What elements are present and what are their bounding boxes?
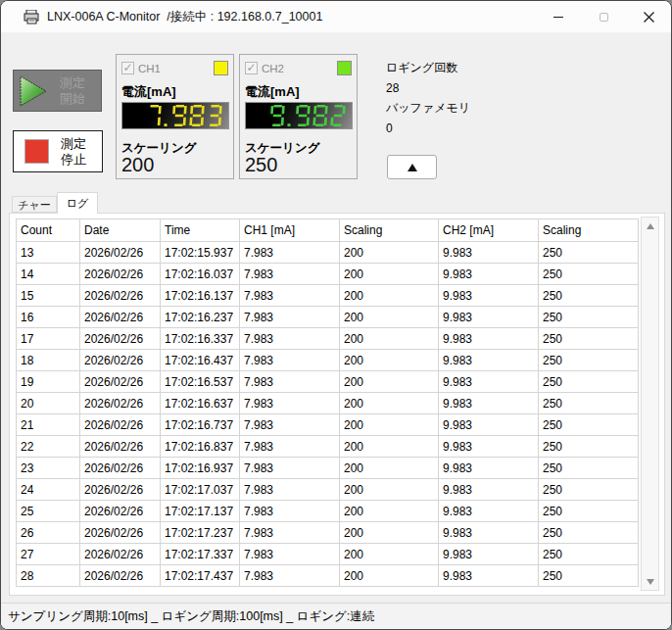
- table-cell[interactable]: 9.983: [439, 565, 539, 587]
- table-cell[interactable]: 24: [17, 479, 80, 501]
- table-cell[interactable]: 21: [17, 414, 80, 436]
- table-cell[interactable]: 200: [340, 242, 439, 264]
- table-cell[interactable]: 250: [539, 242, 639, 264]
- table-cell[interactable]: 17:02:17.437: [161, 565, 240, 587]
- table-cell[interactable]: 250: [539, 328, 639, 350]
- table-cell[interactable]: 2026/02/26: [80, 414, 161, 436]
- table-cell[interactable]: 2026/02/26: [80, 371, 161, 393]
- table-cell[interactable]: 7.983: [240, 285, 340, 307]
- table-cell[interactable]: 9.983: [439, 242, 539, 264]
- table-cell[interactable]: 9.983: [439, 350, 539, 371]
- table-cell[interactable]: 9.983: [439, 328, 539, 350]
- table-cell[interactable]: 17:02:16.637: [161, 393, 240, 414]
- table-cell[interactable]: 200: [340, 565, 439, 587]
- table-cell[interactable]: 17:02:16.037: [161, 264, 240, 285]
- table-cell[interactable]: 200: [340, 393, 439, 414]
- tab-chart[interactable]: チャート: [12, 196, 57, 213]
- table-cell[interactable]: 250: [539, 479, 639, 501]
- table-cell[interactable]: 17:02:16.437: [161, 350, 240, 371]
- column-header[interactable]: CH1 [mA]: [240, 219, 340, 242]
- table-cell[interactable]: 16: [17, 307, 80, 328]
- table-cell[interactable]: 200: [340, 414, 439, 436]
- table-cell[interactable]: 17:02:16.337: [161, 328, 240, 350]
- table-vertical-scrollbar[interactable]: [641, 217, 659, 591]
- table-cell[interactable]: 2026/02/26: [80, 350, 161, 371]
- table-cell[interactable]: 15: [17, 285, 80, 307]
- table-cell[interactable]: 17:02:17.137: [161, 501, 240, 522]
- column-header[interactable]: Scaling: [539, 219, 639, 242]
- table-cell[interactable]: 7.983: [240, 479, 340, 501]
- table-cell[interactable]: 250: [539, 565, 639, 587]
- table-cell[interactable]: 22: [17, 436, 80, 458]
- table-cell[interactable]: 27: [17, 544, 80, 565]
- collapse-panel-button[interactable]: [387, 155, 437, 179]
- table-cell[interactable]: 17:02:17.337: [161, 544, 240, 565]
- table-cell[interactable]: 25: [17, 501, 80, 522]
- table-cell[interactable]: 2026/02/26: [80, 479, 161, 501]
- table-cell[interactable]: 250: [539, 393, 639, 414]
- table-cell[interactable]: 7.983: [240, 393, 340, 414]
- stop-measure-button[interactable]: 測定停止: [13, 130, 103, 172]
- table-cell[interactable]: 9.983: [439, 479, 539, 501]
- column-header[interactable]: Date: [80, 219, 161, 242]
- table-cell[interactable]: 9.983: [439, 393, 539, 414]
- table-cell[interactable]: 200: [340, 307, 439, 328]
- close-button[interactable]: [626, 1, 671, 32]
- table-cell[interactable]: 9.983: [439, 285, 539, 307]
- table-cell[interactable]: 2026/02/26: [80, 458, 161, 479]
- table-cell[interactable]: 2026/02/26: [80, 264, 161, 285]
- table-cell[interactable]: 2026/02/26: [80, 328, 161, 350]
- table-cell[interactable]: 9.983: [439, 436, 539, 458]
- table-cell[interactable]: 7.983: [240, 544, 340, 565]
- tab-log[interactable]: ログ: [57, 192, 98, 214]
- scroll-up-button[interactable]: [642, 218, 658, 234]
- table-cell[interactable]: 9.983: [439, 264, 539, 285]
- table-cell[interactable]: 2026/02/26: [80, 285, 161, 307]
- column-header[interactable]: Count: [17, 219, 80, 242]
- table-cell[interactable]: 200: [340, 285, 439, 307]
- scroll-down-button[interactable]: [642, 573, 658, 590]
- table-cell[interactable]: 2026/02/26: [80, 307, 161, 328]
- table-cell[interactable]: 26: [17, 522, 80, 544]
- table-cell[interactable]: 13: [17, 242, 80, 264]
- table-cell[interactable]: 2026/02/26: [80, 565, 161, 587]
- table-cell[interactable]: 2026/02/26: [80, 522, 161, 544]
- table-cell[interactable]: 20: [17, 393, 80, 414]
- table-cell[interactable]: 23: [17, 458, 80, 479]
- table-cell[interactable]: 17:02:17.037: [161, 479, 240, 501]
- table-cell[interactable]: 250: [539, 285, 639, 307]
- table-cell[interactable]: 200: [340, 371, 439, 393]
- table-cell[interactable]: 250: [539, 264, 639, 285]
- table-cell[interactable]: 250: [539, 458, 639, 479]
- table-cell[interactable]: 200: [340, 501, 439, 522]
- table-cell[interactable]: 19: [17, 371, 80, 393]
- table-cell[interactable]: 28: [17, 565, 80, 587]
- table-cell[interactable]: 7.983: [240, 264, 340, 285]
- table-cell[interactable]: 18: [17, 350, 80, 371]
- table-cell[interactable]: 250: [539, 544, 639, 565]
- table-cell[interactable]: 250: [539, 414, 639, 436]
- table-cell[interactable]: 2026/02/26: [80, 242, 161, 264]
- table-cell[interactable]: 9.983: [439, 371, 539, 393]
- column-header[interactable]: CH2 [mA]: [439, 219, 539, 242]
- table-cell[interactable]: 7.983: [240, 565, 340, 587]
- table-cell[interactable]: 7.983: [240, 501, 340, 522]
- table-cell[interactable]: 200: [340, 479, 439, 501]
- table-cell[interactable]: 7.983: [240, 328, 340, 350]
- table-cell[interactable]: 9.983: [439, 414, 539, 436]
- table-cell[interactable]: 200: [340, 436, 439, 458]
- table-cell[interactable]: 2026/02/26: [80, 436, 161, 458]
- table-cell[interactable]: 200: [340, 522, 439, 544]
- table-cell[interactable]: 7.983: [240, 350, 340, 371]
- table-cell[interactable]: 200: [340, 328, 439, 350]
- table-cell[interactable]: 250: [539, 522, 639, 544]
- table-cell[interactable]: 9.983: [439, 458, 539, 479]
- table-cell[interactable]: 200: [340, 458, 439, 479]
- table-cell[interactable]: 17:02:16.737: [161, 414, 240, 436]
- table-cell[interactable]: 7.983: [240, 307, 340, 328]
- column-header[interactable]: Time: [161, 219, 240, 242]
- column-header[interactable]: Scaling: [340, 219, 439, 242]
- table-cell[interactable]: 9.983: [439, 501, 539, 522]
- minimize-button[interactable]: [536, 1, 581, 32]
- table-cell[interactable]: 7.983: [240, 371, 340, 393]
